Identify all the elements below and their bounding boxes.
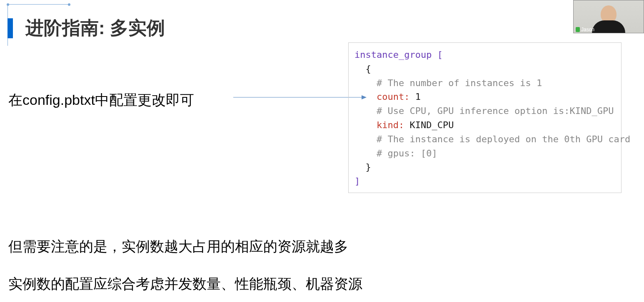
code-value: KIND_CPU <box>404 120 454 130</box>
mic-icon <box>576 27 580 32</box>
note-config-considerations: 实例数的配置应综合考虑并发数量、性能瓶颈、机器资源 <box>8 275 362 294</box>
arrow-icon <box>233 95 367 100</box>
code-bracket: ] <box>354 176 360 186</box>
title-accent-bar <box>7 18 13 38</box>
code-keyword: instance_group <box>354 50 432 60</box>
person-body <box>592 20 625 33</box>
slide-title: 进阶指南: 多实例 <box>25 16 165 40</box>
webcam-name-text: Jason <box>581 27 594 32</box>
code-comment: # The instance is deployed on the 0th GP… <box>354 134 630 144</box>
code-bracket: [ <box>432 50 443 60</box>
slide-title-row: 进阶指南: 多实例 <box>7 16 165 40</box>
code-value: 1 <box>409 92 421 102</box>
code-comment: # Use CPU, GPU inference option is:KIND_… <box>354 106 614 116</box>
code-comment: # The number of instances is 1 <box>354 78 542 88</box>
code-key: count: <box>354 92 409 102</box>
webcam-name-label: Jason <box>574 26 597 33</box>
code-line: { <box>354 64 371 74</box>
webcam-thumbnail[interactable]: Jason <box>573 0 644 33</box>
code-comment: # gpus: [0] <box>354 148 437 158</box>
config-description: 在config.pbtxt中配置更改即可 <box>8 91 194 110</box>
note-resource-usage: 但需要注意的是，实例数越大占用的相应的资源就越多 <box>8 237 348 256</box>
code-block: instance_group [ { # The number of insta… <box>348 42 622 193</box>
code-line: } <box>354 162 371 172</box>
code-key: kind: <box>354 120 404 130</box>
